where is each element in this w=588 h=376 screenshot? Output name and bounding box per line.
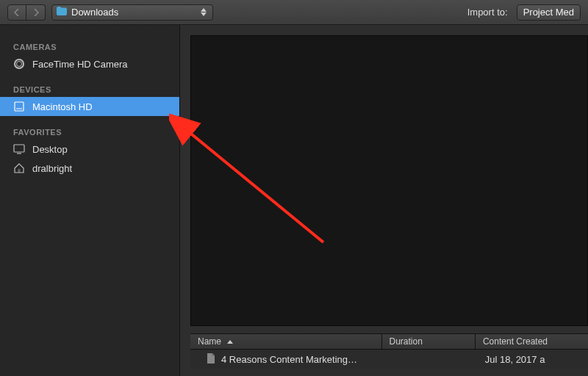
content-area: Name Duration Content Created 4 Reasons … bbox=[180, 25, 588, 376]
sidebar-item-facetime-camera[interactable]: FaceTime HD Camera bbox=[0, 54, 179, 73]
file-created: Jul 18, 2017 a bbox=[485, 354, 545, 365]
svg-rect-1 bbox=[16, 108, 22, 109]
sidebar: CAMERAS FaceTime HD Camera DEVICES Macin… bbox=[0, 25, 180, 376]
column-name[interactable]: Name bbox=[190, 334, 382, 349]
path-label: Downloads bbox=[71, 7, 118, 18]
home-icon bbox=[13, 162, 25, 174]
section-title-favorites: FAVORITES bbox=[0, 123, 179, 140]
svg-rect-0 bbox=[15, 102, 24, 111]
folder-icon bbox=[57, 7, 67, 18]
file-table: Name Duration Content Created 4 Reasons … bbox=[190, 333, 588, 376]
document-icon bbox=[207, 353, 215, 366]
back-button[interactable] bbox=[7, 4, 26, 21]
import-to-selector[interactable]: Project Med bbox=[517, 4, 581, 21]
import-to-label: Import to: bbox=[467, 7, 508, 18]
section-title-devices: DEVICES bbox=[0, 81, 179, 97]
sidebar-item-label: Macintosh HD bbox=[32, 101, 93, 112]
table-header: Name Duration Content Created bbox=[190, 333, 588, 350]
file-name: 4 Reasons Content Marketing… bbox=[221, 354, 357, 365]
path-selector[interactable]: Downloads bbox=[51, 4, 213, 21]
svg-rect-2 bbox=[14, 145, 24, 152]
sidebar-item-macintosh-hd[interactable]: Macintosh HD bbox=[0, 97, 179, 116]
nav-buttons bbox=[7, 4, 46, 21]
sidebar-item-label: FaceTime HD Camera bbox=[32, 59, 128, 70]
sidebar-item-home[interactable]: dralbright bbox=[0, 159, 179, 178]
main-area: CAMERAS FaceTime HD Camera DEVICES Macin… bbox=[0, 25, 588, 376]
desktop-icon bbox=[13, 143, 25, 155]
forward-button[interactable] bbox=[26, 4, 46, 21]
table-row[interactable]: 4 Reasons Content Marketing… Jul 18, 201… bbox=[190, 350, 588, 369]
preview-pane bbox=[190, 35, 588, 326]
svg-rect-4 bbox=[18, 169, 21, 173]
toolbar: Downloads Import to: Project Med bbox=[0, 0, 588, 25]
camera-icon bbox=[13, 58, 25, 70]
column-duration[interactable]: Duration bbox=[382, 334, 476, 349]
sidebar-item-label: Desktop bbox=[32, 144, 68, 155]
section-title-cameras: CAMERAS bbox=[0, 38, 179, 54]
disk-icon bbox=[13, 101, 25, 112]
import-to-value: Project Med bbox=[523, 7, 574, 18]
column-content-created[interactable]: Content Created bbox=[476, 334, 588, 349]
sidebar-item-desktop[interactable]: Desktop bbox=[0, 140, 179, 159]
updown-icon bbox=[199, 8, 208, 16]
sidebar-item-label: dralbright bbox=[32, 163, 72, 174]
